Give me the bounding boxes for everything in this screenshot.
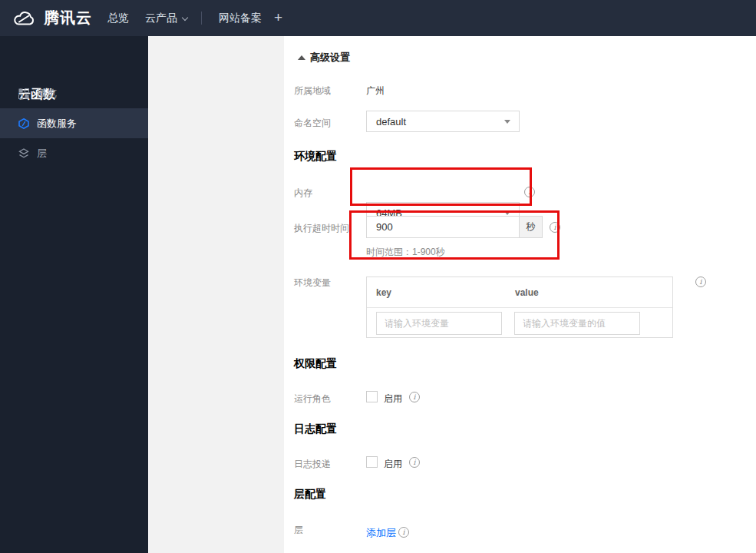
run-role-enable-label: 启用 (384, 392, 402, 406)
region-label: 所属地域 (294, 84, 331, 98)
layer-info-icon[interactable]: i (398, 527, 409, 538)
envvars-table: key value (366, 276, 673, 338)
section-env-config: 环境配置 (294, 150, 337, 164)
section-layer-config: 层配置 (294, 488, 326, 502)
sidebar-item-label: 函数服务 (37, 117, 77, 131)
sidebar: 云函数 概览 函数服务 层 (0, 36, 148, 553)
timeout-info-icon[interactable]: i (550, 222, 560, 233)
topnav-divider (201, 12, 202, 25)
run-role-label: 运行角色 (294, 392, 331, 406)
brand-name: 腾讯云 (44, 8, 92, 28)
envvars-info-icon[interactable]: i (695, 276, 706, 287)
log-shipping-info-icon[interactable]: i (409, 457, 420, 468)
topnav-products[interactable]: 云产品 (145, 0, 187, 36)
sidebar-item-function-service[interactable]: 函数服务 (0, 108, 148, 138)
region-value: 广州 (366, 84, 385, 98)
sidebar-item-layers[interactable]: 层 (0, 138, 148, 168)
log-shipping-checkbox[interactable] (366, 456, 378, 468)
section-perm-config: 权限配置 (294, 357, 337, 371)
timeout-label: 执行超时时间 (294, 222, 349, 235)
envvar-value-input[interactable] (514, 312, 640, 335)
grid-icon (18, 88, 29, 99)
secondary-panel (148, 36, 284, 553)
timeout-input[interactable] (366, 216, 520, 238)
cloud-logo-icon (12, 9, 37, 28)
layers-icon (18, 148, 29, 159)
memory-label: 内存 (294, 187, 312, 200)
topnav-overview[interactable]: 总览 (107, 0, 129, 36)
envvars-col-key: key (376, 287, 391, 298)
envvars-col-value: value (515, 287, 539, 298)
caret-down-icon (504, 211, 510, 215)
namespace-select[interactable]: default (366, 111, 520, 132)
timeout-range-hint: 时间范围：1-900秒 (366, 246, 445, 259)
envvars-label: 环境变量 (294, 276, 331, 290)
function-icon (18, 118, 29, 129)
app-window: 腾讯云 总览 云产品 网站备案 + 云函数 概览 函数服务 (0, 0, 756, 553)
log-shipping-label: 日志投递 (294, 458, 331, 471)
brand-logo[interactable]: 腾讯云 (12, 8, 92, 28)
envvars-table-header: key value (367, 277, 672, 308)
sidebar-item-overview[interactable]: 概览 (0, 78, 148, 108)
advanced-settings-toggle[interactable]: 高级设置 (298, 51, 350, 65)
run-role-info-icon[interactable]: i (409, 392, 420, 402)
collapse-up-icon (298, 55, 305, 60)
namespace-label: 命名空间 (294, 117, 331, 130)
memory-info-icon[interactable]: i (524, 187, 535, 197)
timeout-input-group: 秒 (366, 216, 543, 238)
chevron-down-icon (182, 15, 188, 21)
section-log-config: 日志配置 (294, 422, 337, 436)
caret-down-icon (504, 120, 510, 124)
envvar-key-input[interactable] (376, 312, 502, 335)
add-nav-tab-button[interactable]: + (274, 0, 282, 36)
sidebar-item-label: 概览 (37, 87, 57, 101)
topbar: 腾讯云 总览 云产品 网站备案 + (0, 0, 756, 36)
log-shipping-enable-label: 启用 (384, 458, 402, 471)
run-role-checkbox[interactable] (366, 391, 378, 402)
topnav-icp[interactable]: 网站备案 (219, 0, 262, 36)
add-layer-link[interactable]: 添加层 (366, 526, 396, 540)
layer-label: 层 (294, 524, 303, 537)
timeout-unit-suffix[interactable]: 秒 (520, 216, 543, 238)
sidebar-item-label: 层 (37, 147, 47, 161)
